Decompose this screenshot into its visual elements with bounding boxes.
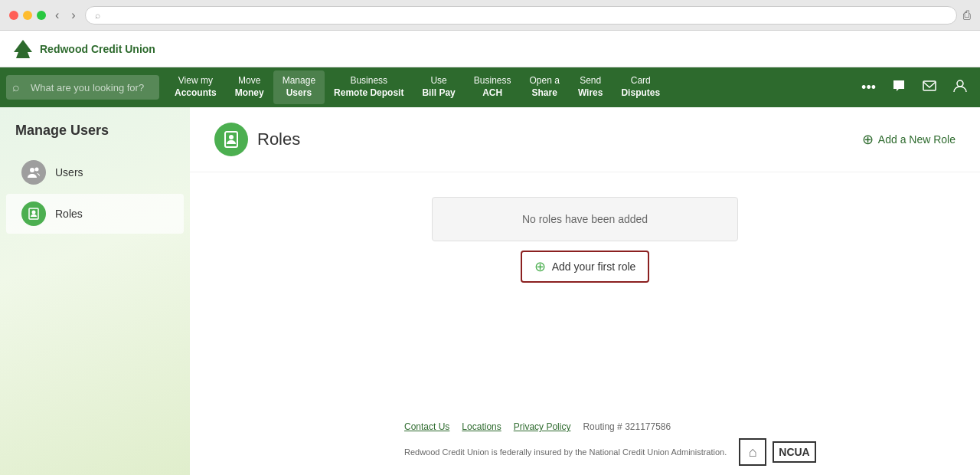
fullscreen-button[interactable] (37, 11, 46, 20)
nav-item-manage-users[interactable]: Manage Users (273, 70, 325, 103)
content-title-area: Roles (214, 123, 300, 156)
back-button[interactable]: ‹ (52, 7, 62, 24)
svg-rect-1 (923, 81, 936, 90)
profile-button[interactable] (946, 74, 974, 102)
add-new-role-button[interactable]: ⊕ Add a New Role (862, 131, 956, 148)
nav-item-ach[interactable]: Business ACH (465, 70, 521, 103)
nav-item-bill-pay[interactable]: Use Bill Pay (413, 70, 464, 103)
footer: Contact Us Locations Privacy Policy Rout… (380, 412, 980, 475)
sidebar-item-users[interactable]: Users (6, 152, 184, 192)
users-icon (21, 160, 46, 185)
app-body: Manage Users Users Roles (0, 107, 980, 475)
minimize-button[interactable] (23, 11, 32, 20)
sidebar-item-roles-label: Roles (55, 208, 83, 220)
svg-point-6 (32, 211, 36, 215)
forward-button[interactable]: › (68, 7, 78, 24)
equal-housing-icon: ⌂ (739, 438, 766, 466)
more-button[interactable]: ••• (855, 75, 882, 100)
nav-item-wires[interactable]: Send Wires (569, 70, 612, 103)
url-search-icon: ⌕ (95, 10, 100, 21)
no-roles-box: No roles have been added (432, 197, 738, 241)
logo-icon (12, 38, 34, 60)
svg-point-3 (30, 168, 34, 172)
content-header: Roles ⊕ Add a New Role (190, 107, 980, 172)
sidebar: Manage Users Users Roles (0, 107, 190, 475)
mail-icon (922, 78, 937, 93)
svg-point-8 (229, 135, 234, 139)
title-bar: ‹ › ⌕ ⎙ (0, 0, 980, 31)
profile-icon (952, 78, 968, 93)
no-roles-text: No roles have been added (522, 213, 648, 225)
locations-link[interactable]: Locations (462, 421, 501, 432)
traffic-lights (9, 11, 46, 20)
nav-items: View my Accounts Move Money Manage Users… (165, 70, 855, 103)
footer-text: Redwood Credit Union is federally insure… (404, 447, 727, 457)
search-input[interactable] (6, 75, 159, 100)
nav-item-accounts[interactable]: View my Accounts (165, 70, 226, 103)
privacy-link[interactable]: Privacy Policy (514, 421, 571, 432)
nav-item-move-money[interactable]: Move Money (226, 70, 273, 103)
page-title: Roles (257, 129, 300, 149)
footer-bottom: Redwood Credit Union is federally insure… (404, 438, 956, 466)
svg-point-4 (35, 168, 39, 172)
main-content: Roles ⊕ Add a New Role No roles have bee… (190, 107, 980, 475)
logo-text: Redwood Credit Union (40, 43, 155, 55)
sidebar-title: Manage Users (0, 123, 190, 151)
svg-marker-0 (14, 40, 32, 58)
share-button[interactable]: ⎙ (963, 8, 971, 22)
sidebar-item-roles[interactable]: Roles (6, 194, 184, 234)
logo[interactable]: Redwood Credit Union (12, 38, 155, 60)
nav-right: ••• (855, 74, 974, 102)
sidebar-item-users-label: Users (55, 166, 83, 179)
nav-item-open-share[interactable]: Open a Share (521, 70, 569, 103)
nav-item-remote-deposit[interactable]: Business Remote Deposit (325, 70, 413, 103)
roles-header-icon (214, 123, 248, 156)
nav-search-wrap (6, 75, 159, 100)
mail-button[interactable] (916, 74, 943, 102)
chat-icon (891, 78, 906, 93)
nav-item-card-disputes[interactable]: Card Disputes (612, 70, 669, 103)
ncua-badge: NCUA (773, 441, 815, 463)
footer-links: Contact Us Locations Privacy Policy Rout… (404, 421, 956, 432)
add-first-icon: ⊕ (534, 258, 546, 275)
add-new-icon: ⊕ (862, 131, 874, 148)
add-first-role-button[interactable]: ⊕ Add your first role (521, 251, 650, 283)
routing-number: Routing # 321177586 (583, 421, 671, 432)
contact-link[interactable]: Contact Us (404, 421, 449, 432)
main-nav: View my Accounts Move Money Manage Users… (0, 67, 980, 107)
roles-icon (21, 201, 46, 226)
logo-bar: Redwood Credit Union (0, 31, 980, 67)
close-button[interactable] (9, 11, 18, 20)
url-bar[interactable]: ⌕ (85, 6, 957, 25)
chat-button[interactable] (885, 74, 913, 102)
content-body: No roles have been added ⊕ Add your firs… (190, 172, 980, 307)
svg-point-2 (957, 80, 963, 87)
